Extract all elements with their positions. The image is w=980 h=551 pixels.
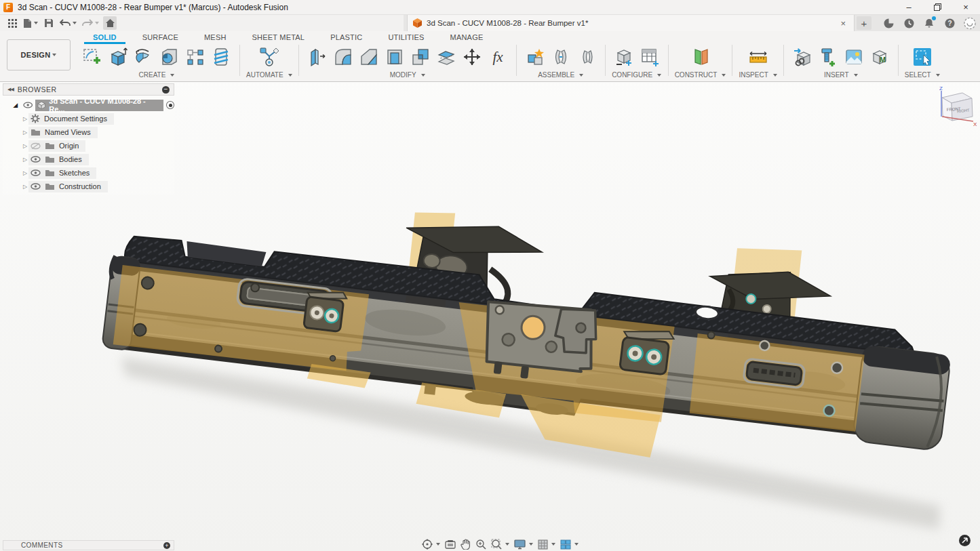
revolve-icon[interactable] <box>132 44 156 70</box>
home-view-button[interactable] <box>103 16 117 30</box>
browser-header[interactable]: ◀◀ BROWSER − <box>3 83 174 96</box>
tab-solid[interactable]: SOLID <box>80 31 130 43</box>
expand-arrow-icon[interactable]: ▷ <box>22 170 28 176</box>
browser-hide-icon[interactable]: − <box>162 86 170 94</box>
eye-off-icon[interactable] <box>31 142 41 150</box>
tab-sheet-metal[interactable]: SHEET METAL <box>239 31 318 43</box>
tab-close-icon[interactable]: × <box>838 18 848 28</box>
help-icon[interactable]: ? <box>943 17 956 29</box>
expand-arrow-icon[interactable]: ▷ <box>22 184 28 190</box>
expand-arrow-icon[interactable]: ▷ <box>22 129 28 136</box>
configuration-icon[interactable] <box>612 44 636 70</box>
activate-component-radio[interactable] <box>166 101 174 109</box>
combine-icon[interactable] <box>408 44 433 70</box>
tab-plastic[interactable]: PLASTIC <box>317 31 375 43</box>
tab-mesh[interactable]: MESH <box>191 31 239 43</box>
fillet-icon[interactable] <box>331 44 355 70</box>
tab-surface[interactable]: SURFACE <box>130 31 191 43</box>
browser-row-document-settings[interactable]: ▷ Document Settings <box>3 112 174 125</box>
pan-button[interactable] <box>460 539 471 550</box>
fusion-logo-icon: F <box>3 3 13 12</box>
notifications-bell-icon[interactable] <box>923 17 935 29</box>
group-label-modify[interactable]: MODIFY <box>390 71 425 79</box>
document-tab[interactable]: 3d Scan - CUCV M1008-28 - Rear Bumper v1… <box>407 15 855 31</box>
browser-row-named-views[interactable]: ▷ Named Views <box>3 125 174 139</box>
minimize-button[interactable]: – <box>895 0 923 14</box>
redo-button[interactable] <box>81 16 100 30</box>
row-label: Sketches <box>59 169 90 177</box>
group-label-assemble[interactable]: ASSEMBLE <box>538 71 583 79</box>
undo-button[interactable] <box>58 16 78 30</box>
maximize-button[interactable] <box>923 0 952 14</box>
thread-icon[interactable] <box>209 44 233 70</box>
insert-fastener-icon[interactable] <box>816 44 840 70</box>
group-label-select[interactable]: SELECT <box>905 71 940 79</box>
group-label-inspect[interactable]: INSPECT <box>739 71 777 79</box>
as-built-joint-icon[interactable] <box>574 44 599 70</box>
browser-panel: ◀◀ BROWSER − ◢ 3d Scan - CUCV M1008-28 -… <box>3 83 174 195</box>
comments-panel[interactable]: COMMENTS + <box>3 540 174 550</box>
eye-icon[interactable] <box>23 102 33 108</box>
browser-row-origin[interactable]: ▷ Origin <box>3 139 174 152</box>
construction-plane-icon[interactable] <box>686 44 716 70</box>
browser-row-sketches[interactable]: ▷ Sketches <box>3 166 174 180</box>
app-launcher-icon[interactable] <box>5 16 19 30</box>
measure-icon[interactable] <box>743 44 773 70</box>
automate-icon[interactable] <box>254 44 284 70</box>
viewports-button[interactable] <box>560 539 579 550</box>
display-settings-button[interactable] <box>514 539 533 550</box>
browser-row-bodies[interactable]: ▷ Bodies <box>3 152 174 166</box>
group-label-insert[interactable]: INSERT <box>824 71 858 79</box>
change-parameters-icon[interactable]: fx <box>486 44 510 70</box>
insert-mcmaster-icon[interactable]: M <box>867 44 892 70</box>
tab-utilities[interactable]: UTILITIES <box>375 31 437 43</box>
view-cube[interactable]: FRONT RIGHT Z X <box>933 85 977 130</box>
close-button[interactable]: × <box>952 0 980 14</box>
hole-icon[interactable] <box>157 44 182 70</box>
joint-icon[interactable] <box>549 44 573 70</box>
browser-collapse-icon[interactable]: ◀◀ <box>7 87 14 92</box>
orbit-button[interactable] <box>422 539 440 550</box>
zoom-window-button[interactable] <box>491 539 509 550</box>
workspace-selector[interactable]: DESIGN <box>7 39 71 70</box>
insert-derive-icon[interactable] <box>790 44 815 70</box>
group-label-automate[interactable]: AUTOMATE <box>246 71 292 79</box>
assistant-button[interactable] <box>959 535 971 546</box>
look-at-button[interactable] <box>445 539 456 549</box>
shell-icon[interactable] <box>383 44 407 70</box>
group-label-configure[interactable]: CONFIGURE <box>612 71 661 79</box>
group-label-construct[interactable]: CONSTRUCT <box>675 71 726 79</box>
group-label-create[interactable]: CREATE <box>139 71 175 79</box>
select-icon[interactable] <box>910 44 935 70</box>
configuration-table-icon[interactable] <box>638 44 662 70</box>
expand-arrow-icon[interactable]: ▷ <box>22 143 28 149</box>
tab-manage[interactable]: MANAGE <box>437 31 496 43</box>
add-comment-icon[interactable]: + <box>163 542 170 549</box>
press-pull-icon[interactable] <box>305 44 330 70</box>
browser-row-construction[interactable]: ▷ Construction <box>3 180 174 193</box>
save-button[interactable] <box>42 16 56 30</box>
offset-face-icon[interactable] <box>434 44 458 70</box>
expand-arrow-icon[interactable]: ◢ <box>12 102 19 108</box>
move-copy-icon[interactable] <box>460 44 484 70</box>
zoom-button[interactable] <box>475 539 486 550</box>
eye-icon[interactable] <box>31 183 41 190</box>
extensions-icon[interactable] <box>882 17 895 29</box>
user-avatar[interactable] <box>964 17 976 29</box>
expand-arrow-icon[interactable]: ▷ <box>22 157 28 163</box>
file-menu-button[interactable] <box>22 16 39 30</box>
create-sketch-icon[interactable] <box>80 44 104 70</box>
new-tab-button[interactable]: + <box>857 16 871 30</box>
chamfer-icon[interactable] <box>357 44 381 70</box>
expand-arrow-icon[interactable]: ▷ <box>22 116 28 122</box>
viewport-3d-model[interactable] <box>0 0 980 551</box>
grid-settings-button[interactable] <box>538 539 555 550</box>
job-status-icon[interactable] <box>903 17 915 29</box>
rectangular-pattern-icon[interactable] <box>183 44 208 70</box>
extrude-icon[interactable] <box>106 44 130 70</box>
canvas-icon[interactable] <box>842 44 866 70</box>
browser-root-row[interactable]: ◢ 3d Scan - CUCV M1008-28 - Re... <box>3 98 174 112</box>
eye-icon[interactable] <box>31 169 41 176</box>
eye-icon[interactable] <box>31 156 41 163</box>
new-component-icon[interactable] <box>523 44 547 70</box>
